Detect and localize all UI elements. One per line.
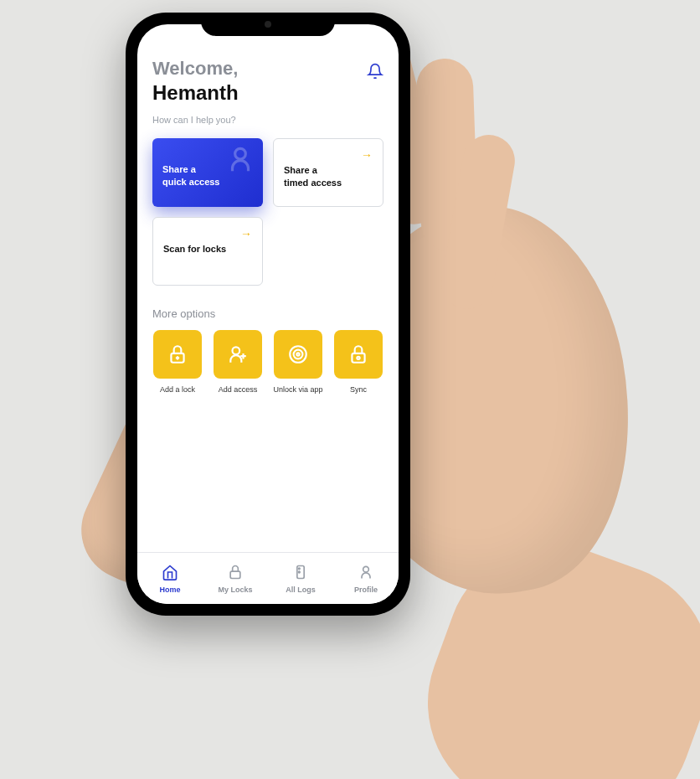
nav-profile[interactable]: Profile	[333, 564, 399, 594]
svg-point-4	[294, 350, 303, 359]
svg-point-10	[299, 568, 301, 570]
username-text: Hemanth	[152, 81, 239, 105]
nav-label: Home	[137, 586, 203, 594]
option-label: Add access	[213, 385, 263, 394]
action-cards: Share a quick access → Share a timed acc…	[152, 138, 383, 286]
card-label-line2: quick access	[162, 177, 220, 187]
option-label: Add a lock	[152, 385, 203, 394]
card-label-line1: Share a	[162, 164, 196, 174]
user-plus-icon	[214, 330, 262, 379]
share-timed-access-card[interactable]: → Share a timed access	[273, 138, 383, 207]
phone-notch	[201, 13, 335, 36]
scan-for-locks-card[interactable]: → Scan for locks	[152, 217, 263, 286]
more-options-title: More options	[152, 307, 383, 320]
more-options-grid: Add a lock Add access Unlock via app	[152, 330, 383, 394]
target-icon	[274, 330, 322, 379]
bottom-nav: Home My Locks All Logs Profile	[137, 552, 399, 604]
nav-all-logs[interactable]: All Logs	[268, 564, 333, 594]
add-a-lock-option[interactable]: Add a lock	[152, 330, 203, 394]
subtitle-text: How can I help you?	[152, 115, 383, 125]
nav-label: All Logs	[268, 586, 333, 594]
nav-label: Profile	[333, 586, 399, 594]
nav-home[interactable]: Home	[137, 564, 203, 594]
svg-point-12	[363, 566, 369, 572]
option-label: Sync	[333, 385, 383, 394]
option-label: Unlock via app	[273, 385, 323, 394]
nav-my-locks[interactable]: My Locks	[203, 564, 268, 594]
nav-label: My Locks	[203, 586, 268, 594]
arrow-right-icon: →	[361, 147, 373, 163]
svg-point-2	[233, 347, 240, 354]
home-icon	[162, 564, 178, 580]
card-label-line1: Share a	[284, 165, 317, 175]
app-screen: Welcome, Hemanth How can I help you? Sha…	[137, 24, 399, 604]
lock-icon	[227, 564, 244, 580]
logs-icon	[292, 564, 309, 580]
svg-rect-6	[352, 353, 364, 363]
unlock-via-app-option[interactable]: Unlock via app	[273, 330, 323, 394]
user-icon	[224, 143, 256, 175]
svg-point-0	[235, 148, 246, 159]
sync-option[interactable]: Sync	[333, 330, 383, 394]
arrow-right-icon: →	[240, 226, 252, 242]
welcome-text: Welcome,	[152, 58, 239, 80]
bell-icon[interactable]	[367, 63, 383, 80]
lock-sync-icon	[334, 330, 383, 379]
svg-point-5	[296, 353, 299, 355]
svg-point-7	[357, 357, 359, 359]
card-label-line1: Scan for locks	[163, 244, 226, 254]
lock-plus-icon	[153, 330, 202, 379]
card-label-line2: timed access	[284, 178, 342, 188]
svg-point-3	[290, 346, 306, 363]
profile-icon	[358, 564, 374, 580]
svg-point-11	[299, 571, 301, 573]
phone-frame: Welcome, Hemanth How can I help you? Sha…	[126, 13, 410, 616]
share-quick-access-card[interactable]: Share a quick access	[152, 138, 263, 207]
add-access-option[interactable]: Add access	[213, 330, 263, 394]
svg-rect-8	[230, 571, 240, 578]
